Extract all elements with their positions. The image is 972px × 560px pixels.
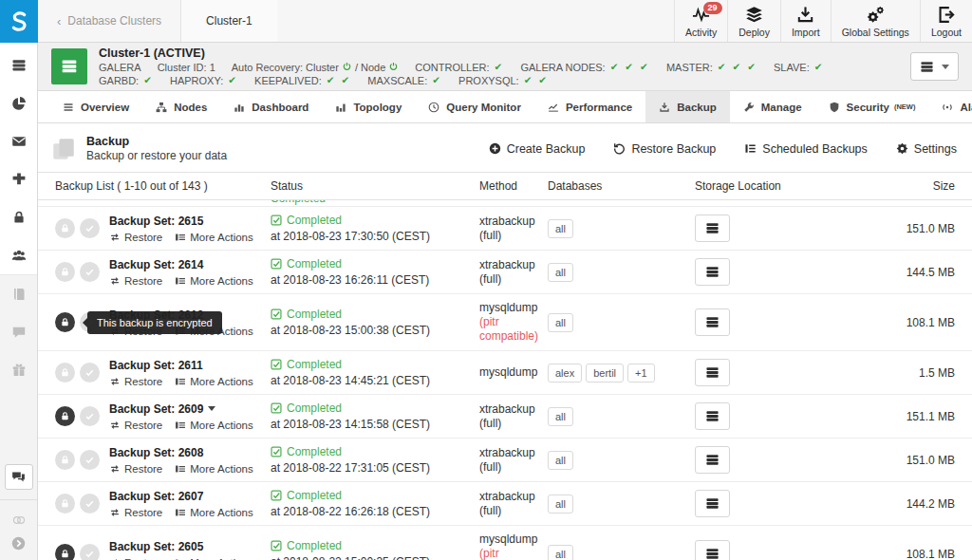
scheduled-backups-button[interactable]: Scheduled Backups xyxy=(744,142,868,156)
tab-shield-icon xyxy=(829,102,840,113)
status-timestamp: at 2018-08-22 15:00:35 (CEST) xyxy=(271,555,479,560)
sidebar-item-key-management[interactable] xyxy=(0,198,37,236)
restore-action[interactable]: Restore xyxy=(109,275,162,287)
create-backup-label: Create Backup xyxy=(507,142,586,156)
sidebar-item-feedback[interactable] xyxy=(0,313,37,351)
tab-topology[interactable]: Topology xyxy=(322,91,415,122)
clusters-icon xyxy=(11,58,27,73)
database-badge: all xyxy=(548,407,573,426)
method-name: xtrabackup xyxy=(479,258,535,271)
tab-alarms[interactable]: Alarms0 xyxy=(928,91,972,122)
node-recovery-power-icon[interactable] xyxy=(388,62,399,72)
sidebar-item-reports[interactable] xyxy=(0,84,37,122)
sidebar-item-user-management[interactable] xyxy=(0,236,37,274)
more-actions[interactable]: More Actions xyxy=(175,507,252,518)
encrypted-lock-toggle[interactable] xyxy=(55,544,75,560)
table-row: Backup Set: 2614RestoreMore ActionsCompl… xyxy=(38,251,972,294)
storage-location-button[interactable] xyxy=(695,490,730,517)
restore-action[interactable]: Restore xyxy=(109,420,162,431)
encrypted-lock-toggle[interactable] xyxy=(55,363,75,383)
encrypted-lock-toggle[interactable] xyxy=(55,406,75,426)
back-chevron-icon: ‹ xyxy=(57,14,61,28)
storage-location-button[interactable] xyxy=(695,308,730,336)
backup-set-label: Backup Set: 2615 xyxy=(109,215,271,228)
more-actions[interactable]: More Actions xyxy=(175,463,252,475)
cluster-recovery-power-icon[interactable] xyxy=(342,62,352,72)
support-chat-button[interactable] xyxy=(5,464,33,490)
tab-manage[interactable]: Manage xyxy=(730,91,815,122)
storage-cell xyxy=(695,402,840,430)
cluster-tab[interactable]: Cluster-1 xyxy=(180,0,277,42)
method-note: (full) xyxy=(479,272,544,287)
create-backup-button[interactable]: Create Backup xyxy=(489,142,586,156)
tab-performance[interactable]: Performance xyxy=(534,91,645,122)
app-root: ‹ Database Clusters Cluster-1 29Activity… xyxy=(0,0,972,560)
sidebar-toggle-icon[interactable] xyxy=(10,513,28,527)
backup-set-dropdown-caret[interactable] xyxy=(208,406,215,411)
encrypted-lock-toggle[interactable] xyxy=(55,494,75,513)
more-actions-icon xyxy=(175,232,186,243)
storage-location-button[interactable] xyxy=(695,258,730,286)
storage-location-button[interactable] xyxy=(695,359,730,386)
page-subtitle: Backup or restore your data xyxy=(86,149,227,162)
tab-security[interactable]: Security(NEW) xyxy=(815,91,929,122)
restore-icon xyxy=(109,232,121,243)
import-button[interactable]: Import xyxy=(780,0,831,42)
storage-location-button[interactable] xyxy=(695,402,730,430)
cluster-list-dropdown[interactable] xyxy=(910,52,959,81)
encrypted-lock-toggle[interactable] xyxy=(55,450,75,470)
storage-location-button[interactable] xyxy=(695,446,730,474)
encrypted-lock-toggle[interactable] xyxy=(55,262,75,282)
tab-dashboard[interactable]: Dashboard xyxy=(220,91,322,122)
verified-check-toggle[interactable] xyxy=(80,218,100,238)
verified-check-toggle[interactable] xyxy=(80,494,100,513)
more-actions[interactable]: More Actions xyxy=(175,420,252,431)
restore-action[interactable]: Restore xyxy=(109,463,162,475)
restore-action[interactable]: Restore xyxy=(109,232,162,243)
verified-check-toggle[interactable] xyxy=(80,363,100,383)
restore-action[interactable]: Restore xyxy=(109,557,162,560)
sidebar-item-integrations[interactable] xyxy=(0,160,37,198)
status-completed: Completed xyxy=(271,401,479,415)
verified-check-toggle[interactable] xyxy=(80,262,100,282)
tab-backup[interactable]: Backup xyxy=(645,91,730,122)
whats-new-icon xyxy=(11,363,27,378)
verified-check-toggle[interactable] xyxy=(80,544,100,560)
verified-check-toggle[interactable] xyxy=(80,450,100,470)
encrypted-lock-toggle[interactable] xyxy=(55,312,75,332)
header-storage: Storage Location xyxy=(695,179,840,193)
global-settings-button[interactable]: Global Settings xyxy=(831,0,920,42)
more-actions[interactable]: More Actions xyxy=(175,557,252,560)
backup-set-cell: Backup Set: 2608RestoreMore Actions xyxy=(109,446,271,475)
storage-location-button[interactable] xyxy=(695,215,730,242)
sidebar-item-email-notifications[interactable] xyxy=(0,122,37,160)
severalnines-logo[interactable] xyxy=(0,0,38,43)
activity-button[interactable]: 29Activity xyxy=(674,0,727,42)
deploy-button[interactable]: Deploy xyxy=(727,0,780,42)
verified-check-toggle[interactable] xyxy=(80,406,100,426)
restore-backup-button[interactable]: Restore Backup xyxy=(613,142,716,156)
encrypted-lock-toggle[interactable] xyxy=(55,218,75,238)
restore-action[interactable]: Restore xyxy=(109,376,162,387)
more-actions[interactable]: More Actions xyxy=(175,232,252,243)
row-flag-icons xyxy=(55,218,109,238)
sidebar-item-whats-new[interactable] xyxy=(0,351,37,389)
sidebar-item-documentation[interactable] xyxy=(0,275,37,313)
tab-query-monitor[interactable]: Query Monitor xyxy=(415,91,534,122)
sidebar-expand-button[interactable] xyxy=(11,536,26,551)
sidebar-item-clusters[interactable] xyxy=(0,47,37,84)
tab-list-icon xyxy=(63,102,74,113)
status-timestamp: at 2018-08-23 14:45:21 (CEST) xyxy=(271,374,479,387)
tab-nodes[interactable]: Nodes xyxy=(142,91,220,122)
restore-action[interactable]: Restore xyxy=(109,507,162,518)
logout-button[interactable]: Logout xyxy=(920,0,972,42)
backup-settings-icon xyxy=(896,142,908,155)
storage-location-button[interactable] xyxy=(695,540,730,560)
backup-settings-button[interactable]: Settings xyxy=(896,142,957,156)
more-actions[interactable]: More Actions xyxy=(175,376,252,387)
tab-download-icon xyxy=(659,102,670,113)
more-actions[interactable]: More Actions xyxy=(175,275,252,287)
breadcrumb-database-clusters[interactable]: ‹ Database Clusters xyxy=(38,0,180,42)
status-cell: Completedat 2018-08-23 15:00:38 (CEST) xyxy=(271,308,479,337)
tab-overview[interactable]: Overview xyxy=(49,91,142,122)
